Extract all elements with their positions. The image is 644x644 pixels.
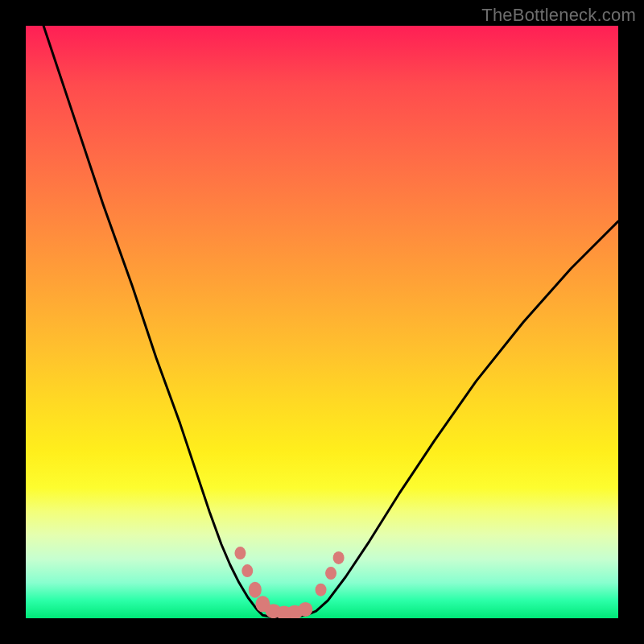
marker-point [316,584,327,597]
plot-area [26,26,618,618]
marker-point [242,564,253,577]
bottleneck-curve [43,26,618,617]
watermark-text: TheBottleneck.com [481,5,636,26]
marker-point [234,547,246,559]
marker-point [325,567,336,580]
marker-point [298,602,312,617]
curve-path [43,26,618,617]
highlighted-markers [234,547,344,618]
chart-svg [26,26,618,618]
chart-frame: TheBottleneck.com [0,0,644,644]
marker-point [249,582,262,598]
marker-point [333,551,345,564]
